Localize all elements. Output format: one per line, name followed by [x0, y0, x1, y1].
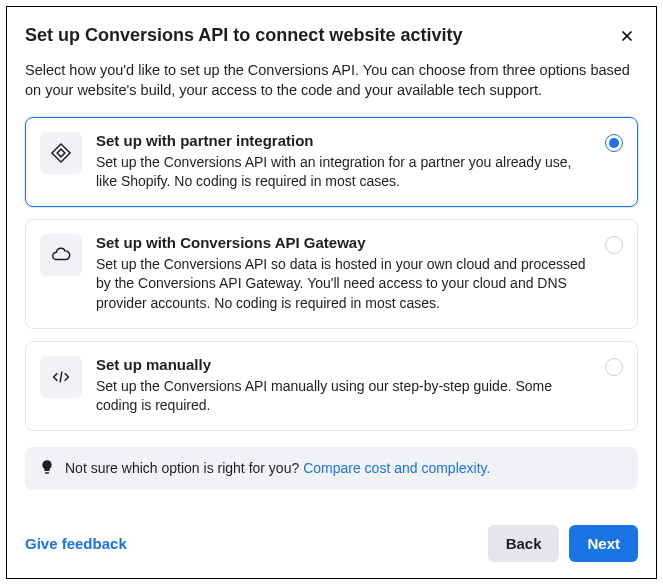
- svg-rect-0: [52, 144, 70, 162]
- option-manual[interactable]: Set up manually Set up the Conversions A…: [25, 341, 638, 431]
- radio-unselected[interactable]: [605, 358, 623, 376]
- radio-unselected[interactable]: [605, 236, 623, 254]
- cloud-icon: [40, 234, 82, 276]
- options-list: Set up with partner integration Set up t…: [25, 117, 638, 431]
- dialog-title: Set up Conversions API to connect websit…: [25, 25, 462, 46]
- back-button[interactable]: Back: [488, 525, 560, 562]
- option-body: Set up manually Set up the Conversions A…: [96, 356, 591, 416]
- partner-icon: [40, 132, 82, 174]
- option-body: Set up with partner integration Set up t…: [96, 132, 591, 192]
- give-feedback-link[interactable]: Give feedback: [25, 535, 127, 552]
- dialog-subtitle: Select how you'd like to set up the Conv…: [25, 60, 638, 101]
- close-icon: [618, 33, 636, 48]
- hint-text: Not sure which option is right for you?: [65, 460, 303, 476]
- option-desc: Set up the Conversions API so data is ho…: [96, 255, 591, 314]
- svg-rect-1: [57, 149, 65, 157]
- dialog-footer: Give feedback Back Next: [25, 509, 638, 562]
- option-title: Set up with Conversions API Gateway: [96, 234, 591, 251]
- hint-box: Not sure which option is right for you? …: [25, 447, 638, 490]
- next-button[interactable]: Next: [569, 525, 638, 562]
- lightbulb-icon: [39, 459, 55, 478]
- hint-text-wrap: Not sure which option is right for you? …: [65, 460, 490, 476]
- compare-link[interactable]: Compare cost and complexity.: [303, 460, 490, 476]
- option-desc: Set up the Conversions API manually usin…: [96, 377, 591, 416]
- header-row: Set up Conversions API to connect websit…: [25, 25, 638, 50]
- option-title: Set up manually: [96, 356, 591, 373]
- radio-selected[interactable]: [605, 134, 623, 152]
- option-desc: Set up the Conversions API with an integ…: [96, 153, 591, 192]
- setup-dialog: Set up Conversions API to connect websit…: [6, 6, 657, 579]
- option-title: Set up with partner integration: [96, 132, 591, 149]
- option-body: Set up with Conversions API Gateway Set …: [96, 234, 591, 314]
- option-api-gateway[interactable]: Set up with Conversions API Gateway Set …: [25, 219, 638, 329]
- footer-buttons: Back Next: [488, 525, 638, 562]
- option-partner-integration[interactable]: Set up with partner integration Set up t…: [25, 117, 638, 207]
- code-icon: [40, 356, 82, 398]
- close-button[interactable]: [616, 25, 638, 50]
